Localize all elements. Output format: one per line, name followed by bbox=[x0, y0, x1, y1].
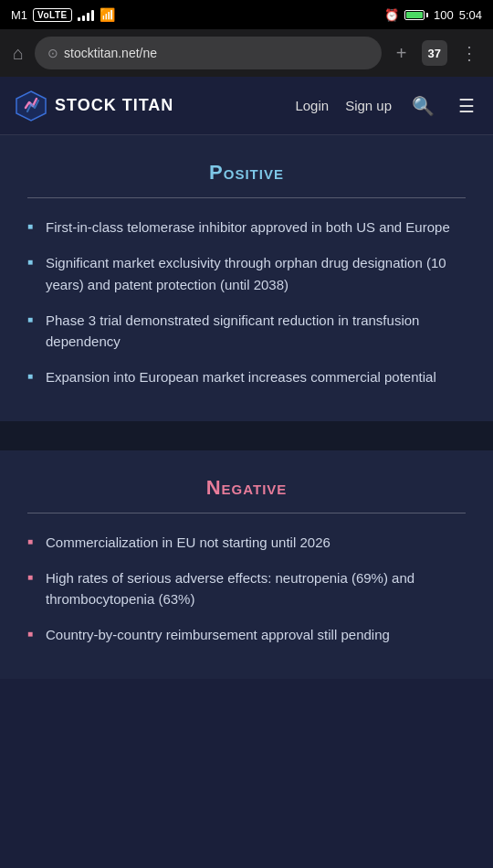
negative-section-title: Negative bbox=[27, 476, 466, 500]
list-item: Significant market exclusivity through o… bbox=[27, 252, 466, 295]
negative-section: Negative Commercialization in EU not sta… bbox=[0, 450, 493, 679]
list-item: High rates of serious adverse effects: n… bbox=[27, 567, 466, 610]
browser-chrome: ⌂ ⊙ stocktitan.net/ne + 37 ⋮ bbox=[0, 29, 493, 77]
positive-bullet-list: First-in-class telomerase inhibitor appr… bbox=[27, 217, 466, 388]
status-left: M1 VoLTE 📶 bbox=[11, 7, 115, 22]
browser-home-button[interactable]: ⌂ bbox=[9, 39, 27, 68]
add-tab-button[interactable]: + bbox=[389, 39, 414, 68]
volte-badge: VoLTE bbox=[33, 8, 72, 22]
battery-icon bbox=[404, 10, 428, 20]
logo-icon bbox=[15, 90, 47, 122]
positive-divider bbox=[27, 197, 466, 198]
list-item: First-in-class telomerase inhibitor appr… bbox=[27, 217, 466, 238]
positive-section-title: Positive bbox=[27, 161, 466, 185]
carrier-label: M1 bbox=[11, 8, 27, 22]
list-item: Commercialization in EU not starting unt… bbox=[27, 532, 466, 553]
browser-address-bar[interactable]: ⊙ stocktitan.net/ne bbox=[35, 37, 381, 69]
list-item: Expansion into European market increases… bbox=[27, 366, 466, 387]
login-link[interactable]: Login bbox=[295, 98, 329, 113]
signup-link[interactable]: Sign up bbox=[345, 98, 392, 113]
positive-section: Positive First-in-class telomerase inhib… bbox=[0, 135, 493, 421]
negative-divider bbox=[27, 513, 466, 513]
search-button[interactable]: 🔍 bbox=[408, 93, 438, 119]
section-gap bbox=[0, 421, 493, 450]
navbar-brand: STOCK TITAN bbox=[55, 96, 173, 115]
battery-percent: 100 bbox=[434, 8, 454, 22]
signal-icon bbox=[78, 8, 94, 21]
navbar: STOCK TITAN Login Sign up 🔍 ☰ bbox=[0, 77, 493, 135]
navbar-links: Login Sign up 🔍 ☰ bbox=[295, 93, 478, 119]
time-display: 5:04 bbox=[459, 8, 482, 22]
list-item: Country-by-country reimbursement approva… bbox=[27, 624, 466, 645]
browser-menu-button[interactable]: ⋮ bbox=[455, 38, 484, 68]
navbar-logo: STOCK TITAN bbox=[15, 90, 295, 122]
address-text: stocktitan.net/ne bbox=[64, 46, 157, 60]
status-right: ⏰ 100 5:04 bbox=[384, 8, 482, 22]
wifi-icon: 📶 bbox=[100, 7, 115, 22]
address-security-icon: ⊙ bbox=[47, 46, 58, 60]
tabs-count-button[interactable]: 37 bbox=[422, 40, 447, 66]
menu-button[interactable]: ☰ bbox=[455, 93, 478, 119]
status-bar: M1 VoLTE 📶 ⏰ 100 5:04 bbox=[0, 0, 493, 29]
list-item: Phase 3 trial demonstrated significant r… bbox=[27, 310, 466, 353]
negative-bullet-list: Commercialization in EU not starting unt… bbox=[27, 532, 466, 646]
alarm-icon: ⏰ bbox=[384, 8, 399, 22]
content-area: Positive First-in-class telomerase inhib… bbox=[0, 135, 493, 679]
